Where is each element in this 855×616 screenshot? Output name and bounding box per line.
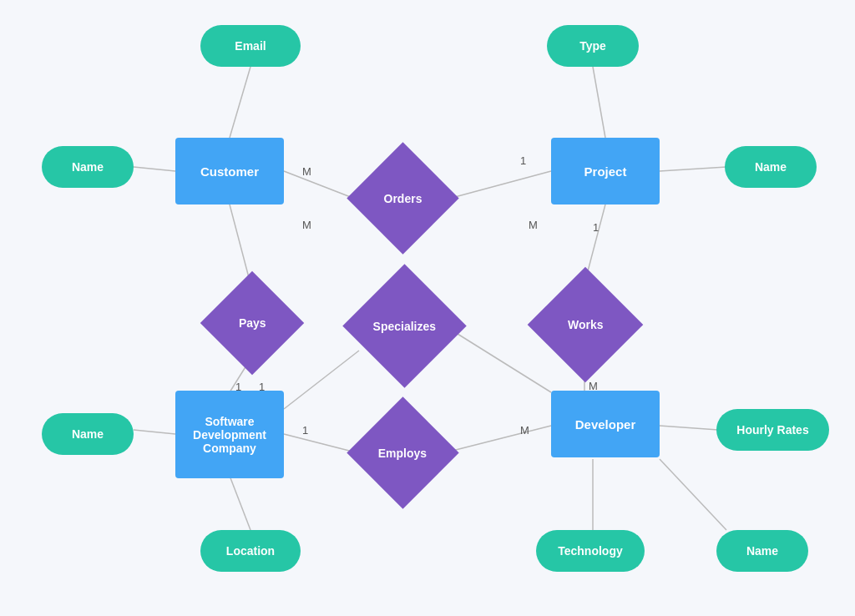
location-attribute: Location [200, 530, 301, 572]
hourly-rates-attribute: Hourly Rates [716, 409, 829, 451]
developer-name-attribute: Name [716, 530, 808, 572]
svg-line-5 [660, 167, 726, 171]
svg-line-4 [593, 67, 605, 138]
sdc-entity: Software Development Company [175, 391, 284, 478]
developer-entity: Developer [551, 391, 660, 457]
svg-line-14 [230, 476, 250, 530]
customer-name-attribute: Name [42, 146, 134, 188]
svg-line-8 [134, 430, 175, 434]
cardinality-employs-developer: M [520, 424, 529, 437]
pays-relationship: Pays [200, 271, 304, 375]
cardinality-works-project: 1 [593, 221, 599, 234]
orders-relationship: Orders [347, 142, 458, 254]
technology-attribute: Technology [536, 530, 645, 572]
svg-line-0 [230, 67, 250, 138]
project-name-attribute: Name [725, 146, 817, 188]
type-attribute: Type [547, 25, 639, 67]
works-relationship: Works [528, 267, 644, 383]
project-entity: Project [551, 138, 660, 204]
svg-line-13 [660, 426, 718, 430]
cardinality-customer-pays: M [302, 219, 311, 231]
cardinality-customer-orders: M [302, 165, 311, 178]
svg-line-3 [443, 171, 551, 200]
cardinality-orders-project-m: M [529, 219, 538, 231]
email-attribute: Email [200, 25, 301, 67]
employs-relationship: Employs [347, 396, 458, 508]
svg-line-6 [230, 204, 250, 284]
specializes-relationship: Specializes [342, 264, 466, 387]
cardinality-pays-sdc-1: 1 [235, 381, 241, 393]
svg-line-18 [451, 330, 551, 392]
cardinality-works-developer: M [589, 380, 598, 392]
er-diagram: Email Type Name Customer Orders Project … [0, 0, 855, 616]
customer-entity: Customer [175, 138, 284, 204]
svg-line-10 [443, 426, 551, 453]
cardinality-pays-sdc-2: 1 [259, 381, 265, 393]
svg-line-17 [284, 351, 359, 409]
svg-line-1 [134, 167, 175, 171]
sdc-name-attribute: Name [42, 413, 134, 455]
cardinality-orders-project: 1 [520, 154, 526, 167]
cardinality-sdc-employs: 1 [302, 424, 308, 437]
svg-line-16 [660, 459, 726, 530]
